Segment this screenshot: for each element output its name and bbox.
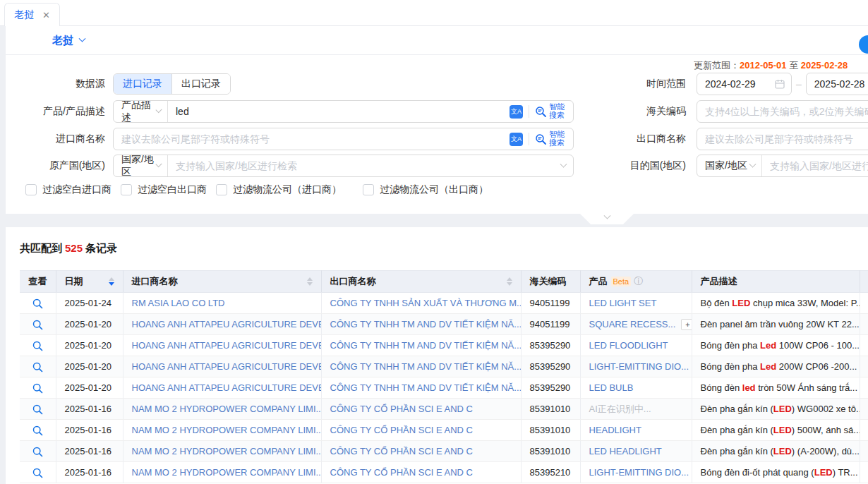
- tab-label: 老挝: [14, 8, 34, 21]
- sort-icon[interactable]: [507, 277, 512, 286]
- product-link[interactable]: LIGHT-EMITTING DIO...: [589, 467, 689, 478]
- exporter-link[interactable]: CÔNG TY CỔ PHẦN SCI E AND C: [330, 404, 474, 414]
- exporter-link[interactable]: CÔNG TY TNHH TM AND DV TIẾT KIỆM NĂ...: [330, 340, 522, 351]
- column-header: 查看: [20, 271, 56, 293]
- product-type-value: 产品描述: [121, 100, 157, 123]
- highlighted-keyword: Led: [760, 340, 776, 351]
- product-link[interactable]: LED BULB: [589, 382, 634, 393]
- destination-type-select[interactable]: 国家/地区: [697, 155, 762, 176]
- exporter-link[interactable]: CÔNG TY TNHH TM AND DV TIẾT KIỆM NĂ...: [330, 319, 522, 329]
- destination-label: 目的国(地区): [627, 159, 694, 172]
- checkbox-icon[interactable]: [25, 184, 37, 195]
- filter-checkbox[interactable]: 过滤物流公司（出口商）: [363, 183, 488, 196]
- importer-input[interactable]: [114, 128, 510, 150]
- country-dropdown-label[interactable]: 老挝: [52, 34, 73, 47]
- smart-search-button[interactable]: 智能搜索: [535, 131, 566, 147]
- record-date: 2025-01-16: [56, 462, 123, 483]
- hs-code-value: 94051199: [521, 293, 580, 314]
- chevron-down-icon[interactable]: [79, 35, 86, 42]
- destination-search-input[interactable]: [762, 155, 868, 176]
- product-description: Đèn pha gắn kín (LED) (A-200W), dù...: [692, 441, 860, 462]
- collapse-filters-button[interactable]: [580, 214, 634, 224]
- product-link[interactable]: LIGHT-EMITTING DIO...: [589, 361, 689, 372]
- view-record-button[interactable]: [32, 362, 43, 373]
- product-type-select[interactable]: 产品描述: [114, 101, 168, 122]
- origin-label: 原产国(地区): [6, 159, 113, 172]
- filter-checkbox[interactable]: 过滤空白进口商: [25, 183, 111, 196]
- results-panel: 共匹配到525条记录 查看日期进口商名称出口商名称海关编码产品Betaⓘ产品描述…: [6, 227, 868, 484]
- update-range-from: 2012-05-01: [740, 60, 787, 71]
- sort-icon[interactable]: [109, 277, 114, 286]
- view-record-button[interactable]: [32, 341, 43, 351]
- record-date: 2025-01-16: [56, 441, 123, 462]
- exporter-link[interactable]: CÔNG TY CỔ PHẦN SCI E AND C: [330, 425, 474, 435]
- importer-link[interactable]: NAM MO 2 HYDROPOWER COMPANY LIMI...: [132, 425, 322, 435]
- importer-link[interactable]: HOANG ANH ATTAPEU AGRICULTURE DEVE...: [132, 340, 322, 351]
- origin-search-input[interactable]: [168, 155, 561, 176]
- importer-link[interactable]: HOANG ANH ATTAPEU AGRICULTURE DEVE...: [132, 382, 322, 393]
- importer-link[interactable]: NAM MO 2 HYDROPOWER COMPANY LIMI...: [132, 467, 322, 478]
- column-header[interactable]: 出口商名称: [321, 271, 521, 293]
- column-header[interactable]: 日期: [56, 271, 123, 293]
- checkbox-icon[interactable]: [121, 184, 132, 195]
- column-header[interactable]: 进口商名称: [123, 271, 321, 293]
- date-to-value: 2025-02-28: [814, 78, 865, 90]
- product-link[interactable]: HEADLIGHT: [589, 425, 641, 435]
- exporter-input[interactable]: [697, 128, 868, 150]
- hs-code-value: 85391010: [521, 420, 580, 441]
- exporter-link[interactable]: CÔNG TY TNHH TM AND DV TIẾT KIỆM NĂ...: [330, 382, 522, 393]
- column-header-label: 查看: [28, 275, 47, 288]
- exporter-link[interactable]: CÔNG TY TNHH TM AND DV TIẾT KIỆM NĂ...: [330, 361, 522, 372]
- importer-link[interactable]: HOANG ANH ATTAPEU AGRICULTURE DEVE...: [132, 361, 322, 372]
- view-record-button[interactable]: [32, 425, 43, 436]
- exporter-link[interactable]: CÔNG TY CỔ PHẦN SCI E AND C: [330, 467, 474, 478]
- highlighted-keyword: LED: [773, 425, 792, 435]
- importer-link[interactable]: NAM MO 2 HYDROPOWER COMPANY LIMI...: [132, 446, 322, 456]
- summary-suffix: 条记录: [85, 242, 117, 254]
- view-record-button[interactable]: [32, 468, 43, 478]
- product-link[interactable]: LED HEADLIGHT: [589, 446, 662, 456]
- importer-link[interactable]: RM ASIA LAO CO LTD: [132, 298, 225, 308]
- hs-code-value: 94051199: [521, 314, 580, 335]
- filter-checkbox[interactable]: 过滤空白出口商: [121, 183, 207, 196]
- checkbox-icon[interactable]: [363, 184, 374, 195]
- filter-panel: 老挝 更新范围：2012-05-01 至 2025-02-28 数据源 进口记录…: [6, 26, 868, 214]
- date-to-input[interactable]: 2025-02-28: [806, 73, 868, 95]
- view-record-button[interactable]: [32, 404, 43, 415]
- view-icon: [32, 383, 43, 394]
- hs-code-label: 海关编码: [627, 105, 694, 118]
- info-icon[interactable]: ⓘ: [634, 276, 643, 286]
- tab-laos[interactable]: 老挝 ✕: [4, 3, 60, 26]
- exporter-link[interactable]: CÔNG TY CỔ PHẦN SCI E AND C: [330, 446, 474, 456]
- importer-link[interactable]: HOANG ANH ATTAPEU AGRICULTURE DEVE...: [132, 319, 322, 329]
- view-record-button[interactable]: [32, 298, 43, 309]
- translate-icon[interactable]: 文A: [510, 105, 523, 119]
- more-products-tag[interactable]: + 1: [681, 319, 692, 330]
- hs-code-input[interactable]: [697, 101, 868, 122]
- filter-checkbox[interactable]: 过滤物流公司（进口商）: [216, 183, 342, 196]
- sort-icon[interactable]: [307, 277, 313, 286]
- checkbox-label: 过滤空白出口商: [138, 183, 207, 196]
- highlighted-keyword: LED: [773, 446, 792, 456]
- product-search-input[interactable]: [168, 101, 510, 122]
- product-link[interactable]: LED LIGHT SET: [589, 298, 657, 308]
- product-link[interactable]: LED FLOODLIGHT: [589, 340, 668, 351]
- view-record-button[interactable]: [32, 383, 43, 394]
- checkbox-icon[interactable]: [216, 184, 227, 195]
- view-record-button[interactable]: [32, 447, 43, 457]
- chevron-down-icon[interactable]: [560, 160, 567, 167]
- tab-close-icon[interactable]: ✕: [42, 11, 50, 20]
- smart-search-label: 智能搜索: [549, 103, 566, 119]
- highlighted-keyword: Led: [760, 361, 776, 372]
- translate-icon[interactable]: 文A: [510, 133, 523, 146]
- importer-link[interactable]: NAM MO 2 HYDROPOWER COMPANY LIMI...: [132, 404, 322, 414]
- view-record-button[interactable]: [32, 320, 43, 330]
- data-source-option-import[interactable]: 进口记录: [114, 74, 171, 94]
- product-link[interactable]: SQUARE RECESS...: [589, 319, 676, 329]
- exporter-link[interactable]: CÔNG TY TNHH SẢN XUẤT VÀ THƯƠNG M...: [330, 298, 522, 308]
- date-from-input[interactable]: 2024-02-29: [697, 73, 792, 95]
- table-row: 2025-01-20HOANG ANH ATTAPEU AGRICULTURE …: [20, 356, 868, 377]
- origin-type-select[interactable]: 国家/地区: [114, 155, 168, 176]
- smart-search-button[interactable]: 智能搜索: [535, 103, 566, 119]
- data-source-option-export[interactable]: 出口记录: [171, 74, 230, 94]
